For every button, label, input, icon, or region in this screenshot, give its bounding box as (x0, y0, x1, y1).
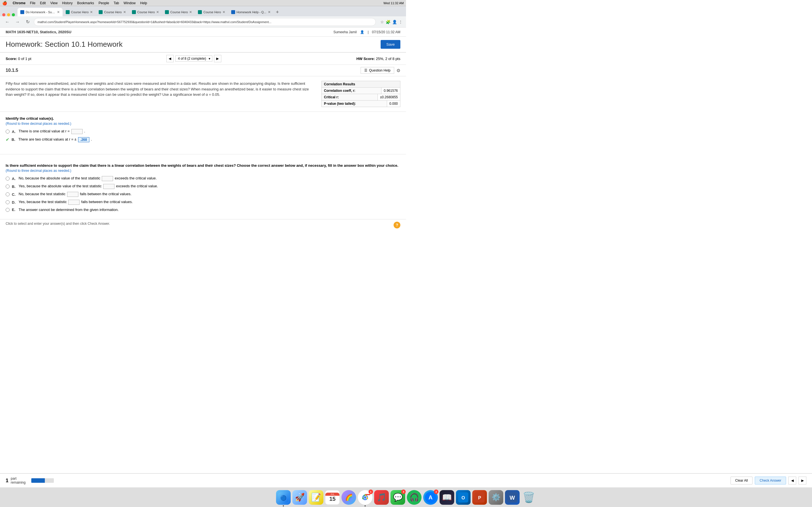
lc-input-b[interactable] (103, 184, 114, 189)
critical-radio-a[interactable] (6, 129, 10, 133)
critical-input-b[interactable] (78, 137, 89, 142)
tab-coursehero-2[interactable]: Course Hero ✕ (96, 8, 129, 16)
tab-close-ch2[interactable]: ✕ (123, 10, 126, 14)
tab-favicon-ch1 (66, 10, 70, 14)
critical-values-section: Identify the critical value(s). (Round t… (0, 112, 406, 150)
back-button[interactable]: ← (3, 18, 11, 26)
menubar-edit[interactable]: Edit (40, 1, 46, 5)
tab-coursehero-5[interactable]: Course Hero ✕ (195, 8, 228, 16)
tab-homework-help[interactable]: Homework Help - Q... ✕ (229, 8, 273, 16)
tab-coursehero-1[interactable]: Course Hero ✕ (63, 8, 96, 16)
next-question-button[interactable]: ▶ (214, 55, 221, 62)
reload-button[interactable]: ↻ (24, 18, 32, 26)
question-help-button[interactable]: ☰ Question Help (361, 67, 394, 74)
lc-radio-d[interactable] (6, 200, 10, 204)
minimize-window-btn[interactable] (7, 13, 10, 16)
lc-input-c[interactable] (67, 192, 79, 197)
lc-radio-e[interactable] (6, 208, 10, 212)
tab-close-hhq[interactable]: ✕ (268, 10, 271, 14)
hw-score-label: HW Score: (356, 57, 375, 61)
menu-icon[interactable]: ⋮ (399, 20, 403, 24)
corr-value-2: ±0.2680855 (378, 94, 400, 100)
question-number: 10.1.5 (6, 68, 18, 73)
lc-radio-c[interactable] (6, 192, 10, 196)
corr-value-3: 0.000 (387, 101, 400, 107)
question-selector[interactable]: 4 of 8 (2 complete) (175, 55, 212, 62)
score-value: 0 of 1 pt (18, 57, 31, 61)
part-text: part remaining (11, 476, 26, 484)
course-header: MATH 1635-NET10, Statistics, 2020SU Sume… (0, 27, 406, 37)
lc-radio-a[interactable] (6, 177, 10, 180)
lc-letter-a: A. (12, 177, 16, 181)
score-bar: Score: 0 of 1 pt ◀ 4 of 8 (2 complete) ▶… (0, 53, 406, 65)
tab-close-ch4[interactable]: ✕ (189, 10, 192, 14)
lc-label-a[interactable]: No, because the absolute value of the te… (18, 176, 157, 181)
bottom-bar: 1 part remaining Clear All Check Answer … (0, 473, 406, 484)
bookmark-icon[interactable]: ☆ (380, 20, 384, 24)
tab-close-ch1[interactable]: ✕ (90, 10, 93, 14)
tab-favicon-hhq (231, 10, 235, 14)
part-remaining: 1 part remaining (6, 476, 26, 484)
lc-label-b[interactable]: Yes, because the absolute value of the t… (18, 184, 158, 189)
tab-favicon-homework (20, 10, 24, 14)
question-content: Fifty-four wild bears were anesthetized,… (0, 76, 406, 112)
tabbar: Do Homework - Sum... ✕ Course Hero ✕ Cou… (0, 6, 406, 16)
menubar-window[interactable]: Window (123, 1, 136, 5)
corr-label-2: Critical r: (322, 94, 378, 100)
addressbar: ← → ↻ mathxl.com/Student/PlayerHomework.… (0, 16, 406, 27)
menubar-history[interactable]: History (62, 1, 72, 5)
critical-option-b: ✔ B. There are two critical values at r … (6, 137, 400, 142)
lc-label-d[interactable]: Yes, because the test statistic falls be… (18, 200, 133, 205)
score-label: Score: (6, 57, 17, 61)
critical-label-a[interactable]: There is one critical value at r = . (18, 129, 85, 134)
prev-question-button[interactable]: ◀ (166, 55, 174, 62)
tab-title-ch2: Course Hero (104, 10, 121, 14)
tab-close-ch5[interactable]: ✕ (222, 10, 225, 14)
lc-letter-e: E. (12, 208, 16, 212)
progress-bar-fill (31, 478, 45, 483)
extension-icon[interactable]: 🧩 (386, 20, 391, 24)
lc-input-a[interactable] (102, 176, 113, 181)
close-window-btn[interactable] (2, 13, 5, 16)
hw-score-value: 25%, 2 of 8 pts (376, 57, 400, 61)
tab-favicon-ch5 (198, 10, 202, 14)
lc-option-b: B. Yes, because the absolute value of th… (6, 184, 400, 189)
menubar-file[interactable]: File (30, 1, 35, 5)
maximize-window-btn[interactable] (12, 13, 15, 16)
tab-close-ch3[interactable]: ✕ (156, 10, 159, 14)
menubar-help[interactable]: Help (140, 1, 147, 5)
tab-do-homework[interactable]: Do Homework - Sum... ✕ (17, 8, 63, 16)
instructions: Click to select and enter your answer(s)… (0, 219, 406, 228)
menubar-tab[interactable]: Tab (114, 1, 119, 5)
critical-label-b[interactable]: There are two critical values at r = ± . (18, 137, 92, 142)
tab-coursehero-3[interactable]: Course Hero ✕ (129, 8, 162, 16)
lc-radio-b[interactable] (6, 184, 10, 188)
new-tab-button[interactable]: + (274, 9, 282, 15)
forward-button[interactable]: → (13, 18, 21, 26)
settings-button[interactable]: ⚙ (396, 68, 400, 73)
lc-label-c[interactable]: No, because the test statistic falls bet… (18, 192, 132, 197)
help-circle-button[interactable]: ? (394, 222, 400, 228)
critical-input-a[interactable] (71, 129, 83, 134)
menubar-view[interactable]: View (50, 1, 57, 5)
menubar-people[interactable]: People (99, 1, 109, 5)
tab-close-homework[interactable]: ✕ (57, 10, 60, 14)
browser-icons: ☆ 🧩 👤 ⋮ (380, 20, 403, 24)
lc-option-a: A. No, because the absolute value of the… (6, 176, 400, 181)
address-field[interactable]: mathxl.com/Student/PlayerHomework.aspx?h… (34, 18, 376, 26)
lc-label-e[interactable]: The answer cannot be determined from the… (18, 208, 119, 212)
lc-input-d[interactable] (68, 200, 80, 205)
tab-title-homework: Do Homework - Sum... (26, 10, 56, 14)
address-text: mathxl.com/Student/PlayerHomework.aspx?h… (38, 20, 271, 24)
tab-title-ch4: Course Hero (170, 10, 188, 14)
apple-menu[interactable]: 🍎 (2, 1, 7, 5)
menubar-chrome[interactable]: Chrome (13, 1, 26, 5)
lc-letter-c: C. (12, 192, 16, 196)
menubar-bookmarks[interactable]: Bookmarks (77, 1, 94, 5)
critical-check-b: ✔ (6, 137, 9, 142)
profile-icon[interactable]: 👤 (392, 20, 397, 24)
question-text: Fifty-four wild bears were anesthetized,… (6, 81, 317, 98)
tab-coursehero-4[interactable]: Course Hero ✕ (162, 8, 195, 16)
course-right: Sumeeha Jamil 👤 | 07/15/20 11:32 AM (333, 30, 400, 34)
save-button[interactable]: Save (380, 40, 400, 49)
